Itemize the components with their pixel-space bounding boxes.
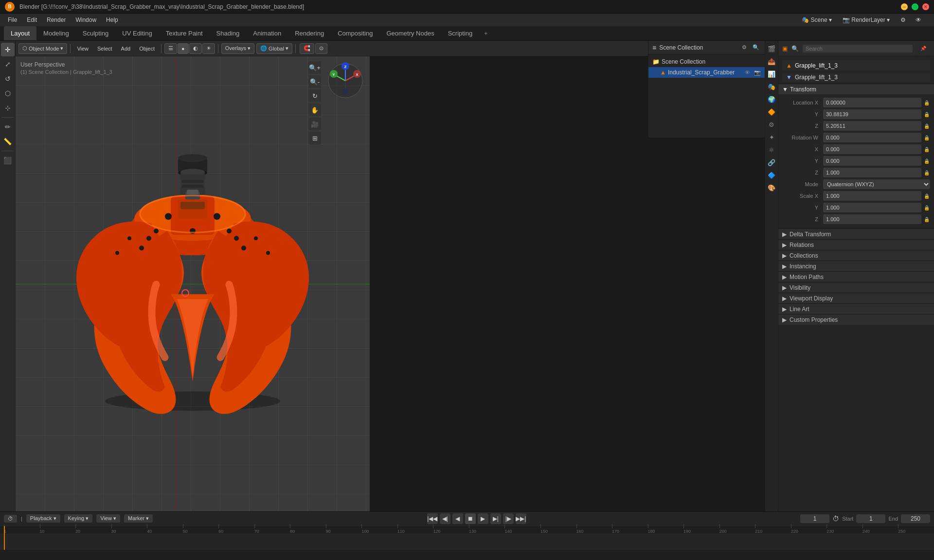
end-frame-input[interactable]: 250 (901, 514, 930, 523)
render-visibility-icon[interactable]: 📷 (754, 70, 761, 76)
menu-help[interactable]: Help (102, 16, 122, 24)
annotate-tool[interactable]: ✏ (1, 120, 15, 134)
3d-viewport[interactable]: User Perspective (1) Scene Collection | … (16, 56, 370, 511)
rotation-x-field[interactable]: 0.000 (823, 144, 921, 154)
keying-menu[interactable]: Keying ▾ (64, 514, 93, 523)
tab-uv-editing[interactable]: UV Editing (115, 26, 159, 40)
rotation-w-field[interactable]: 0.000 (823, 133, 921, 142)
scale-x-field[interactable]: 1.000 (823, 191, 921, 201)
scene-props-btn[interactable]: 🎭 (766, 81, 777, 92)
viewport-display-section[interactable]: ▶ Viewport Display (778, 293, 934, 303)
particles-props-btn[interactable]: ✦ (766, 131, 777, 143)
toggle-quad-btn[interactable]: ⊞ (308, 132, 321, 144)
outliner-scene-collection[interactable]: 📁 Scene Collection (648, 56, 765, 67)
start-frame-input[interactable]: 1 (856, 514, 885, 523)
scale-x-lock[interactable]: 🔒 (923, 192, 930, 199)
visibility-icon[interactable]: 👁 (745, 70, 750, 75)
view-layer-props-btn[interactable]: 📊 (766, 68, 777, 80)
fly-cam-btn[interactable]: 🎥 (308, 118, 321, 130)
rendered-btn[interactable]: ☀ (202, 43, 215, 54)
scale-z-lock[interactable]: 🔒 (923, 216, 930, 223)
rotation-w-lock[interactable]: 🔒 (923, 134, 930, 141)
overlay-btn[interactable]: Overlays ▾ (221, 43, 254, 54)
object-props-btn[interactable]: 🔶 (766, 106, 777, 118)
motion-paths-section[interactable]: ▶ Motion Paths (778, 271, 934, 282)
outliner-search-btn[interactable]: 🔍 (751, 43, 761, 52)
material-btn[interactable]: ◐ (189, 43, 202, 54)
tab-scripting[interactable]: Scripting (441, 26, 480, 40)
move-tool[interactable]: ⤢ (1, 57, 15, 71)
cursor-tool[interactable]: ✛ (1, 43, 15, 56)
step-back-btn[interactable]: ◀ (452, 513, 463, 524)
snap-btn[interactable]: 🧲 (300, 43, 314, 54)
minimize-button[interactable]: ─ (901, 3, 908, 10)
add-workspace-button[interactable]: + (479, 28, 492, 39)
tab-compositing[interactable]: Compositing (331, 26, 379, 40)
solid-btn[interactable]: ● (178, 43, 189, 54)
custom-properties-section[interactable]: ▶ Custom Properties (778, 314, 934, 325)
jump-start-btn[interactable]: |◀◀ (427, 513, 438, 524)
output-props-btn[interactable]: 📤 (766, 55, 777, 67)
props-pin-btn[interactable]: 📌 (916, 42, 930, 55)
line-art-section[interactable]: ▶ Line Art (778, 303, 934, 314)
playback-menu[interactable]: Playback ▾ (26, 514, 60, 523)
tab-sculpting[interactable]: Sculpting (76, 26, 115, 40)
data-props-btn[interactable]: 🔷 (766, 169, 777, 181)
navigation-gizmo[interactable]: Z X Y (326, 61, 365, 100)
props-search-input[interactable] (803, 45, 913, 52)
scale-y-field[interactable]: 1.000 (823, 203, 921, 212)
collections-section[interactable]: ▶ Collections (778, 250, 934, 261)
menu-edit[interactable]: Edit (23, 16, 41, 24)
current-frame-input[interactable]: 1 (800, 514, 829, 523)
proportional-btn[interactable]: ⊙ (315, 43, 327, 54)
location-z-lock[interactable]: 🔒 (923, 122, 930, 129)
timeline-track-area[interactable]: 1102030405060708090100110120130140150160… (0, 525, 934, 550)
rotate-view-btn[interactable]: ↻ (308, 89, 321, 102)
marker-menu[interactable]: Marker ▾ (124, 514, 153, 523)
rotation-y-lock[interactable]: 🔒 (923, 158, 930, 164)
timeline-view-menu[interactable]: View ▾ (96, 514, 120, 523)
tab-rendering[interactable]: Rendering (288, 26, 331, 40)
view-menu[interactable]: View (73, 43, 92, 54)
add-cube-tool[interactable]: ⬛ (1, 154, 15, 167)
scale-z-field[interactable]: 1.000 (823, 214, 921, 224)
location-z-field[interactable]: 5.20511 (823, 121, 921, 131)
step-forward-btn[interactable]: ▶| (490, 513, 501, 524)
object-menu[interactable]: Object (136, 43, 158, 54)
next-keyframe-btn[interactable]: |▶ (503, 513, 514, 524)
render-props-btn[interactable]: 🎬 (766, 43, 777, 54)
rotate-tool[interactable]: ↺ (1, 72, 15, 86)
prev-keyframe-btn[interactable]: ◀| (440, 513, 450, 524)
physics-props-btn[interactable]: ⚛ (766, 144, 777, 156)
render-layer-selector[interactable]: 📷 RenderLayer ▾ (839, 16, 894, 24)
tab-shading[interactable]: Shading (210, 26, 247, 40)
zoom-in-btn[interactable]: 🔍+ (308, 61, 321, 74)
tab-animation[interactable]: Animation (246, 26, 288, 40)
rotation-x-lock[interactable]: 🔒 (923, 146, 930, 153)
top-icon-2[interactable]: 👁 (912, 16, 925, 24)
rotation-y-field[interactable]: 0.000 (823, 156, 921, 166)
relations-section[interactable]: ▶ Relations (778, 239, 934, 250)
scene-selector[interactable]: 🎭 Scene ▾ (798, 16, 836, 24)
add-menu[interactable]: Add (118, 43, 134, 54)
instancing-section[interactable]: ▶ Instancing (778, 261, 934, 271)
obj-data-name-field[interactable]: ▼ Grapple_lift_1_3 (782, 73, 930, 82)
transform-header[interactable]: ▼ Transform (778, 84, 934, 94)
pan-view-btn[interactable]: ✋ (308, 104, 321, 116)
tab-modeling[interactable]: Modeling (36, 26, 76, 40)
constraints-props-btn[interactable]: 🔗 (766, 157, 777, 168)
close-button[interactable]: ✕ (922, 3, 929, 10)
menu-file[interactable]: File (4, 16, 21, 24)
timeline-icon-btn[interactable]: ⏱ (4, 515, 17, 523)
jump-end-btn[interactable]: ▶▶| (516, 513, 526, 524)
rotation-mode-select[interactable]: Quaternion (WXYZ) Euler XYZ Axis Angle (823, 179, 930, 189)
maximize-button[interactable]: □ (912, 3, 918, 10)
measure-tool[interactable]: 📏 (1, 135, 15, 148)
modifier-props-btn[interactable]: ⚙ (766, 119, 777, 130)
visibility-section[interactable]: ▶ Visibility (778, 282, 934, 293)
transform-tool[interactable]: ⊹ (1, 101, 15, 115)
select-menu[interactable]: Select (94, 43, 116, 54)
tab-layout[interactable]: Layout (4, 26, 36, 40)
rotation-z-lock[interactable]: 🔒 (923, 169, 930, 176)
world-props-btn[interactable]: 🌍 (766, 93, 777, 105)
